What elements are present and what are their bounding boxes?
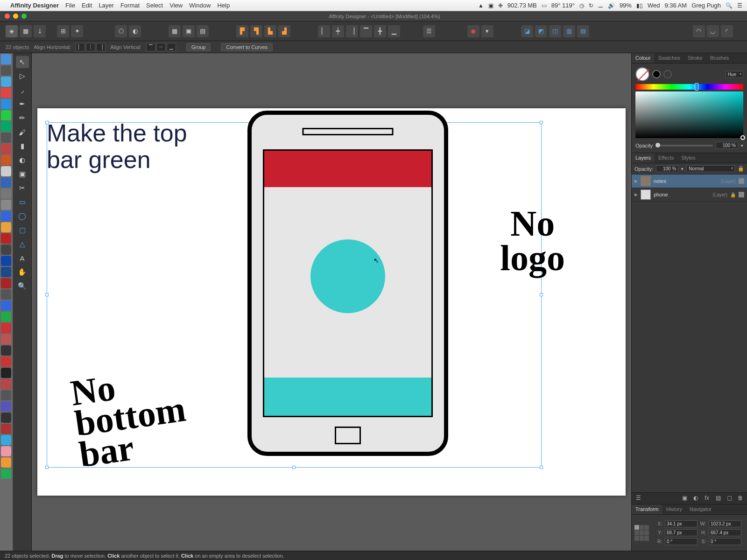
align-middle-button[interactable]: ╋	[374, 25, 386, 37]
layer-opacity-value[interactable]: 100 %	[656, 165, 678, 172]
dock-app-icon[interactable]	[1, 323, 11, 333]
tab-layers[interactable]: Layers	[632, 153, 655, 163]
layer-visible-checkbox[interactable]	[739, 192, 744, 197]
delete-layer-button[interactable]: 🗑	[737, 495, 744, 502]
dock-app-icon[interactable]	[1, 166, 11, 176]
dock-app-icon[interactable]	[1, 200, 11, 210]
dock-app-icon[interactable]	[1, 65, 11, 76]
menu-format[interactable]: Format	[120, 2, 140, 9]
note-text[interactable]: Make the top bar green	[47, 120, 187, 173]
phone-bottom-bar[interactable]	[264, 378, 431, 416]
layer-row-phone[interactable]: ▶ phone (Layer) 🔒	[632, 188, 747, 202]
tab-effects[interactable]: Effects	[655, 153, 677, 163]
fill-colour-well[interactable]	[635, 67, 649, 81]
insert-target-button[interactable]: ◉	[467, 25, 479, 37]
opacity-slider[interactable]	[655, 145, 713, 147]
rounded-rect-tool[interactable]: ▢	[16, 224, 29, 236]
align-v-top-button[interactable]: ▔	[146, 43, 155, 51]
canvas-area[interactable]: Make the top bar green No bottom bar No …	[32, 53, 631, 551]
dock-app-icon[interactable]	[1, 177, 11, 188]
split-view-button[interactable]: ◐	[129, 25, 141, 37]
dock-app-icon[interactable]	[1, 189, 11, 199]
minimize-window-button[interactable]	[13, 14, 18, 19]
brush-tool[interactable]: 🖌	[16, 126, 29, 138]
disclosure-icon[interactable]: ▶	[634, 192, 638, 197]
move-forward-button[interactable]: ▜	[250, 25, 262, 37]
zoom-tool[interactable]: 🔍	[16, 280, 29, 292]
boolean-subtract-button[interactable]: ◩	[535, 25, 547, 37]
snap-options-button[interactable]: ⊞	[57, 25, 69, 37]
notifications-icon[interactable]: ☰	[737, 2, 742, 9]
layer-name[interactable]: phone	[654, 192, 710, 197]
disclosure-icon[interactable]: ▶	[634, 179, 638, 183]
adjustment-layer-button[interactable]: ◐	[692, 495, 699, 502]
tab-history[interactable]: History	[662, 504, 686, 514]
dock-app-icon[interactable]	[1, 233, 11, 244]
saturation-box[interactable]	[635, 91, 743, 138]
dock-app-icon[interactable]	[1, 312, 11, 322]
menu-edit[interactable]: Edit	[82, 2, 92, 9]
align-h-right-button[interactable]: ▕	[96, 43, 106, 51]
tab-styles[interactable]: Styles	[677, 153, 699, 163]
camera-icon[interactable]: ▣	[488, 2, 493, 9]
preferences-button[interactable]: ✦	[71, 25, 83, 37]
stroke-colour-well[interactable]	[652, 70, 661, 78]
layer-row-notes[interactable]: ▶ notes (Layer)	[632, 175, 747, 188]
handwritten-note-bottom[interactable]: No bottom bar	[69, 363, 192, 470]
align-v-bottom-button[interactable]: ▁	[167, 43, 176, 51]
dock-app-icon[interactable]	[1, 256, 11, 266]
tab-brushes[interactable]: Brushes	[706, 53, 733, 63]
dock-app-icon[interactable]	[1, 133, 11, 143]
align-v-middle-button[interactable]: ─	[156, 43, 166, 51]
mask-layer-button[interactable]: ▣	[681, 495, 688, 502]
blend-mode-dropdown[interactable]: Normal	[686, 165, 735, 172]
layer-opacity-stepper-icon[interactable]: ▾	[681, 167, 684, 171]
menu-layer[interactable]: Layer	[99, 2, 114, 9]
boolean-xor-button[interactable]: ▤	[577, 25, 589, 37]
fill-tool[interactable]: ▮	[16, 140, 29, 152]
volume-icon[interactable]: 🔊	[608, 2, 615, 9]
force-pixel-button[interactable]: ▣	[183, 25, 195, 37]
user-name[interactable]: Greg Pugh	[691, 2, 721, 9]
dock-app-icon[interactable]	[1, 345, 11, 356]
dock-finder-icon[interactable]	[1, 54, 11, 64]
tab-stroke[interactable]: Stroke	[684, 53, 706, 63]
artistic-text-tool[interactable]: A	[16, 252, 29, 264]
persona-export-button[interactable]: ⤓	[34, 25, 46, 37]
view-mode-button[interactable]: ⬠	[115, 25, 127, 37]
dock-app-icon[interactable]	[1, 289, 11, 300]
spotlight-icon[interactable]: 🔍	[726, 2, 733, 9]
opacity-stepper-icon[interactable]: ▾	[741, 143, 743, 148]
menu-window[interactable]: Window	[189, 2, 211, 9]
rectangle-tool[interactable]: ▭	[16, 196, 29, 208]
dock-app-icon[interactable]	[1, 379, 11, 389]
opacity-value[interactable]: 100 %	[716, 142, 738, 149]
phone-logo-circle[interactable]	[310, 239, 385, 313]
convert-curves-button[interactable]: Convert to Curves	[221, 43, 273, 51]
sync-icon[interactable]: ↻	[589, 2, 593, 9]
boolean-divide-button[interactable]: ▥	[563, 25, 575, 37]
dock-app-icon[interactable]	[1, 211, 11, 221]
pan-tool[interactable]: ✋	[16, 266, 29, 278]
tab-navigator[interactable]: Navigator	[686, 504, 715, 514]
anchor-selector[interactable]	[634, 525, 649, 541]
dock-app-icon[interactable]	[1, 77, 11, 87]
dock-app-icon[interactable]	[1, 155, 11, 165]
wifi-icon[interactable]: ⚊	[598, 2, 603, 9]
align-left-button[interactable]: ▏	[318, 25, 330, 37]
lock-icon[interactable]: 🔒	[730, 192, 736, 197]
distribute-button[interactable]: ☰	[423, 25, 435, 37]
move-tool[interactable]: ↖	[16, 56, 29, 68]
persona-pixel-button[interactable]: ▦	[20, 25, 32, 37]
ellipse-tool[interactable]: ◯	[16, 210, 29, 222]
align-center-button[interactable]: ┿	[332, 25, 344, 37]
dock-app-icon[interactable]	[1, 301, 11, 311]
dock-app-icon[interactable]	[1, 334, 11, 344]
battery-icon[interactable]: ▮▯	[636, 2, 643, 9]
menu-view[interactable]: View	[169, 2, 183, 9]
align-bottom-button[interactable]: ▁	[388, 25, 400, 37]
artboard[interactable]: Make the top bar green No bottom bar No …	[37, 108, 626, 496]
tab-swatches[interactable]: Swatches	[654, 53, 684, 63]
node-tool[interactable]: ▷	[16, 70, 29, 82]
lock-icon[interactable]: 🔒	[738, 166, 744, 172]
